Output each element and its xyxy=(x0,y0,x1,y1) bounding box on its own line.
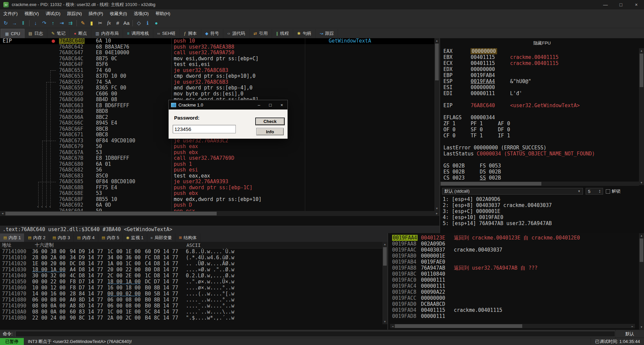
disasm-row[interactable]: 76A8C694 59 pop ecx xyxy=(0,208,439,211)
hash-icon[interactable]: # xyxy=(113,19,122,27)
stack-row[interactable]: 0019FAC4 00000111 xyxy=(388,283,644,289)
globe-icon[interactable]: ● xyxy=(152,19,161,27)
argument-row[interactable]: 2: [esp+8] 00403037 crackme.00403037 xyxy=(443,202,644,208)
memory-row[interactable]: 77141030 18 00 1A 00 A4 D8 14 77 20 00 2… xyxy=(0,267,387,273)
tab-symbols[interactable]: ◆ 符号 xyxy=(201,29,223,38)
menu-item[interactable]: 收藏夹(I) xyxy=(106,9,130,18)
argument-row[interactable]: 3: [esp+C] 0000001E xyxy=(443,208,644,214)
menu-item[interactable]: 视图(V) xyxy=(21,9,42,18)
memory-row[interactable]: 77141050 00 00 22 00 F8 D7 14 77 18 00 1… xyxy=(0,279,387,285)
restart-icon[interactable]: ↻ xyxy=(1,19,10,27)
register-row[interactable] xyxy=(443,157,644,163)
disasm-row[interactable]: 76A8C65D C606 00 mov byte ptr ds:[esi],0 xyxy=(0,91,439,97)
info-button[interactable]: Info xyxy=(256,128,284,135)
disasm-row[interactable]: 76A8C692 6A 0D push D xyxy=(0,202,439,208)
pause-icon[interactable]: ‖ xyxy=(19,19,28,27)
unlock-control[interactable]: 解锁 xyxy=(606,188,621,194)
tab-breakpoints[interactable]: ● 断点 xyxy=(70,29,91,38)
stack-row[interactable]: 0019FAA4 0040123E 返回到 crackme.0040123E 自… xyxy=(388,235,644,241)
disasm-row[interactable]: 76A8C647 E8 04E10000 call user32.76A9A75… xyxy=(0,50,439,56)
memory-vertical-scrollbar[interactable]: ▲ ▼ xyxy=(382,242,387,324)
dialog-maximize-button[interactable]: □ xyxy=(265,100,276,110)
stack-row[interactable]: 0019FAAC 00403037 crackme.00403037 xyxy=(388,247,644,253)
tab-log[interactable]: ▤ 日志 xyxy=(24,29,47,38)
step-out-icon[interactable]: ↑ xyxy=(49,19,57,27)
menu-item[interactable]: 调试(D) xyxy=(42,9,64,18)
stack-row[interactable]: 0019FAD4 00401115 crackme.00401115 xyxy=(388,307,644,313)
tab-dump-1[interactable]: ▤ 内存 1 xyxy=(0,233,24,242)
disasm-row[interactable]: 76A8C682 56 push esi xyxy=(0,167,439,173)
register-row[interactable]: EBP 0019FAB4 xyxy=(443,72,644,78)
tab-watch-1[interactable]: ◉ 监视 1 xyxy=(123,233,147,242)
tab-threads[interactable]: ∥ 线程 xyxy=(272,29,293,38)
disasm-row[interactable]: 76A8C68F 8B55 10 mov edx,dword ptr ss:[e… xyxy=(0,197,439,203)
marker-icon[interactable]: ▮ xyxy=(87,19,96,27)
tab-seh[interactable]: ∞ SEH链 xyxy=(153,29,180,38)
memory-row[interactable]: 77141070 14 00 16 00 28 84 14 77 00 00 0… xyxy=(0,291,387,297)
stack-row[interactable]: 0019FAC0 00000111 xyxy=(388,277,644,283)
animate-icon[interactable]: ⇉ xyxy=(66,19,75,27)
tab-script[interactable]: ƒ 脚本 xyxy=(180,29,201,38)
tab-struct[interactable]: ⊞ 结构体 xyxy=(175,233,200,242)
disasm-row[interactable]: 76A8C653 837D 10 00 cmp dword ptr ss:[eb… xyxy=(0,73,439,79)
stack-row[interactable]: 0019FAB8 76A947AB 返回到 user32.76A947AB 自 … xyxy=(388,265,644,271)
disasm-row[interactable]: 76A8C64F 85F6 test esi,esi xyxy=(0,62,439,68)
fx-icon[interactable]: fx xyxy=(105,19,113,27)
password-input[interactable] xyxy=(173,125,236,133)
command-input[interactable] xyxy=(15,331,615,337)
tab-memory-map[interactable]: ▥ 内存布局 xyxy=(91,29,123,38)
run-to-cursor-icon[interactable]: ⇥ xyxy=(57,19,66,27)
pencil-icon[interactable]: ✎ xyxy=(78,19,87,27)
menu-item[interactable]: 选项(O) xyxy=(130,9,152,18)
argument-row[interactable]: 4: [esp+10] 0019FAE0 xyxy=(443,214,644,220)
tab-dump-3[interactable]: ▤ 内存 3 xyxy=(49,233,74,242)
register-row[interactable]: GS 002B FS 0053 xyxy=(443,163,644,169)
window-minimize-button[interactable]: — xyxy=(598,0,613,9)
register-row[interactable]: CS 0023 SS 002B xyxy=(443,175,644,181)
register-row[interactable]: CF 0 TF 1 IF 1 xyxy=(443,133,644,139)
calling-convention-select[interactable]: 默认 (stdcall) ▼ xyxy=(442,188,583,195)
tab-handles[interactable]: ✱ 句柄 xyxy=(293,29,316,38)
register-row[interactable]: EDI 00000111 L'đ' xyxy=(443,90,644,96)
stack-row[interactable]: 0019FAD8 00000111 xyxy=(388,313,644,319)
stack-row[interactable]: 0019FAB4 0019FAE0 xyxy=(388,259,644,265)
disasm-row[interactable]: 76A8C68E 53 push ebx xyxy=(0,191,439,197)
memory-row[interactable]: 77141080 06 00 08 00 A0 8D 14 77 06 00 0… xyxy=(0,297,387,303)
argument-count-spinner[interactable]: 5 ▲▼ xyxy=(586,188,603,195)
argument-row[interactable]: 1: [esp+4] 002A09D6 xyxy=(443,196,644,202)
tab-dump-4[interactable]: ▤ 内存 4 xyxy=(74,233,98,242)
stack-row[interactable]: 0019FAD0 DCBAABCD xyxy=(388,301,644,307)
stack-row[interactable]: 0019FAC8 00090A22 xyxy=(388,289,644,295)
disasm-row[interactable]: 76A8C679 50 push eax xyxy=(0,144,439,150)
register-row[interactable]: LastStatus C0000034 (STATUS_OBJECT_NAME_… xyxy=(443,151,644,157)
menu-item[interactable]: 文件(F) xyxy=(0,9,21,18)
stack-row[interactable]: 0019FAB0 0000001E xyxy=(388,253,644,259)
disasm-row[interactable]: 76A8C642 68 B8A3AE76 push user32.76AEA3B… xyxy=(0,44,439,50)
memory-row[interactable]: 77141040 30 00 32 00 4C D8 14 77 2C 00 2… xyxy=(0,273,387,279)
graph-icon[interactable]: ◇ xyxy=(135,19,143,27)
memory-row[interactable]: 77141090 08 00 0A 00 A8 8D 14 77 06 00 0… xyxy=(0,303,387,309)
stack-row[interactable]: 0019FABC 00110840 xyxy=(388,271,644,277)
disasm-row[interactable]: 76A8C640 6A 10 push 10 GetWindowTextA xyxy=(0,38,439,44)
tab-cpu[interactable]: ▦ CPU xyxy=(1,29,24,38)
register-row[interactable]: ESI 00000000 xyxy=(443,84,644,90)
memory-row[interactable]: 77141000 36 00 38 00 94 D9 14 77 1C 00 1… xyxy=(0,249,387,255)
unlock-checkbox[interactable] xyxy=(606,189,610,194)
breakpoint-dot[interactable] xyxy=(52,40,55,43)
register-row[interactable]: EAX 00000000 xyxy=(443,48,644,54)
registers-horizontal-scrollbar[interactable] xyxy=(440,182,639,186)
argument-row[interactable]: 5: [esp+14] 76A947AB user32.76A947AB xyxy=(443,220,644,226)
step-into-icon[interactable]: ↓ xyxy=(31,19,40,27)
disasm-row[interactable]: 76A8C64C 8B75 0C mov esi,dword ptr ss:[e… xyxy=(0,56,439,62)
tab-source[interactable]: ‹› 源代码 xyxy=(223,29,250,38)
register-row[interactable]: LastError 00000000 (ERROR_SUCCESS) xyxy=(443,145,644,151)
info-icon[interactable]: ℹ xyxy=(143,19,152,27)
register-row[interactable] xyxy=(443,109,644,115)
window-maximize-button[interactable]: □ xyxy=(613,0,629,9)
register-row[interactable]: ES 002B DS 002B xyxy=(443,169,644,175)
disasm-row[interactable]: 76A8C685 0F84 08CD0100 je user32.76AA939… xyxy=(0,179,439,185)
disasm-row[interactable]: 76A8C67B E8 1DB0FEFF call user32.76A7769… xyxy=(0,155,439,161)
step-over-icon[interactable]: ↷ xyxy=(40,19,49,27)
tab-trace[interactable]: ↝ 跟踪 xyxy=(316,29,338,38)
run-icon[interactable]: → xyxy=(10,19,19,27)
